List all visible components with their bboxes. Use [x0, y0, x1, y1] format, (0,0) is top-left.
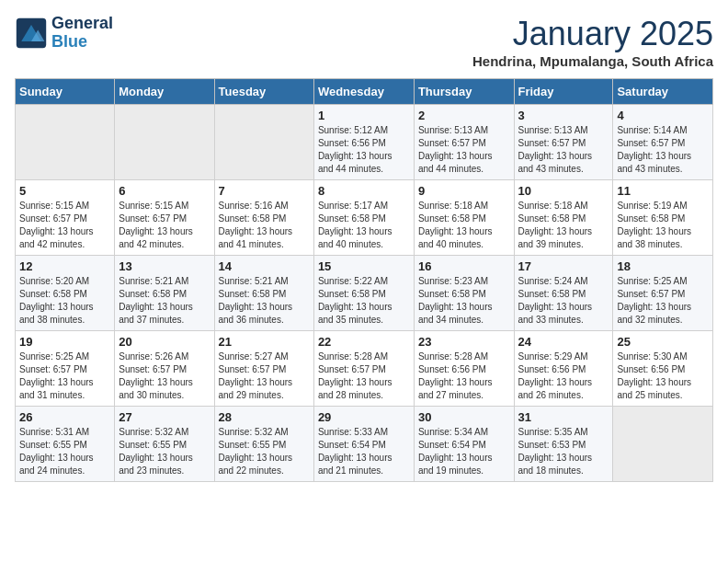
day-number: 2: [418, 109, 510, 122]
cell-text: Sunrise: 5:15 AM: [19, 200, 110, 213]
day-number: 22: [318, 335, 410, 349]
calendar-cell: 26Sunrise: 5:31 AMSunset: 6:55 PMDayligh…: [16, 407, 115, 482]
day-number: 19: [19, 335, 110, 349]
day-number: 24: [518, 335, 609, 349]
calendar-week-2: 5Sunrise: 5:15 AMSunset: 6:57 PMDaylight…: [16, 180, 713, 256]
calendar-table: SundayMondayTuesdayWednesdayThursdayFrid…: [15, 78, 713, 482]
cell-text: Daylight: 13 hours and 42 minutes.: [19, 225, 110, 251]
cell-text: Sunrise: 5:22 AM: [318, 275, 410, 288]
cell-text: Sunset: 6:57 PM: [19, 363, 110, 376]
cell-text: Sunrise: 5:17 AM: [318, 200, 410, 213]
cell-text: Sunset: 6:55 PM: [119, 439, 210, 452]
cell-text: Sunrise: 5:18 AM: [518, 200, 609, 213]
calendar-week-1: 1Sunrise: 5:12 AMSunset: 6:56 PMDaylight…: [16, 105, 713, 180]
title-area: January 2025 Hendrina, Mpumalanga, South…: [472, 15, 713, 69]
cell-text: Daylight: 13 hours and 33 minutes.: [518, 301, 609, 327]
cell-text: Sunrise: 5:34 AM: [418, 426, 510, 439]
weekday-header-row: SundayMondayTuesdayWednesdayThursdayFrid…: [16, 79, 713, 105]
day-number: 30: [418, 410, 510, 424]
cell-text: Sunset: 6:56 PM: [418, 363, 510, 376]
cell-text: Daylight: 13 hours and 30 minutes.: [119, 376, 210, 402]
cell-text: Sunrise: 5:28 AM: [418, 350, 510, 363]
cell-text: Sunrise: 5:19 AM: [617, 200, 709, 213]
cell-text: Sunrise: 5:28 AM: [318, 350, 410, 363]
calendar-cell: 16Sunrise: 5:23 AMSunset: 6:58 PMDayligh…: [414, 256, 514, 331]
day-number: 8: [318, 184, 410, 198]
cell-text: Daylight: 13 hours and 38 minutes.: [617, 225, 709, 251]
cell-text: Daylight: 13 hours and 39 minutes.: [518, 225, 609, 251]
cell-text: Sunrise: 5:21 AM: [119, 275, 210, 288]
calendar-cell: [214, 105, 313, 180]
cell-text: Daylight: 13 hours and 26 minutes.: [518, 376, 609, 402]
day-number: 17: [518, 259, 609, 273]
cell-text: Sunset: 6:57 PM: [418, 137, 510, 150]
weekday-saturday: Saturday: [613, 79, 713, 105]
cell-text: Daylight: 13 hours and 44 minutes.: [418, 150, 510, 176]
day-number: 12: [19, 259, 110, 273]
weekday-tuesday: Tuesday: [214, 79, 313, 105]
cell-text: Daylight: 13 hours and 22 minutes.: [219, 452, 310, 477]
day-number: 21: [219, 335, 310, 349]
day-number: 20: [119, 335, 210, 349]
calendar-cell: [115, 105, 214, 180]
calendar-cell: 24Sunrise: 5:29 AMSunset: 6:56 PMDayligh…: [514, 331, 613, 407]
logo-line1: General: [51, 14, 113, 32]
cell-text: Sunrise: 5:23 AM: [418, 275, 510, 288]
calendar-cell: 23Sunrise: 5:28 AMSunset: 6:56 PMDayligh…: [414, 331, 514, 407]
calendar-cell: 2Sunrise: 5:13 AMSunset: 6:57 PMDaylight…: [414, 105, 514, 180]
day-number: 4: [617, 109, 709, 122]
cell-text: Sunrise: 5:13 AM: [418, 124, 510, 137]
day-number: 27: [119, 410, 210, 424]
cell-text: Sunrise: 5:32 AM: [119, 426, 210, 439]
cell-text: Sunset: 6:57 PM: [19, 213, 110, 225]
cell-text: Daylight: 13 hours and 32 minutes.: [617, 301, 709, 327]
cell-text: Sunset: 6:57 PM: [219, 363, 310, 376]
cell-text: Sunset: 6:58 PM: [418, 213, 510, 225]
day-number: 23: [418, 335, 510, 349]
weekday-monday: Monday: [115, 79, 214, 105]
cell-text: Sunset: 6:57 PM: [119, 213, 210, 225]
cell-text: Daylight: 13 hours and 21 minutes.: [318, 452, 410, 477]
cell-text: Sunset: 6:56 PM: [518, 363, 609, 376]
calendar-cell: 20Sunrise: 5:26 AMSunset: 6:57 PMDayligh…: [115, 331, 214, 407]
calendar-cell: 17Sunrise: 5:24 AMSunset: 6:58 PMDayligh…: [514, 256, 613, 331]
cell-text: Daylight: 13 hours and 41 minutes.: [219, 225, 310, 251]
cell-text: Sunrise: 5:24 AM: [518, 275, 609, 288]
calendar-cell: 4Sunrise: 5:14 AMSunset: 6:57 PMDaylight…: [613, 105, 713, 180]
cell-text: Daylight: 13 hours and 19 minutes.: [418, 452, 510, 477]
cell-text: Sunset: 6:58 PM: [19, 288, 110, 301]
cell-text: Daylight: 13 hours and 42 minutes.: [119, 225, 210, 251]
calendar-cell: 11Sunrise: 5:19 AMSunset: 6:58 PMDayligh…: [613, 180, 713, 256]
calendar-cell: 27Sunrise: 5:32 AMSunset: 6:55 PMDayligh…: [115, 407, 214, 482]
cell-text: Sunrise: 5:29 AM: [518, 350, 609, 363]
day-number: 31: [518, 410, 609, 424]
location-title: Hendrina, Mpumalanga, South Africa: [472, 53, 713, 69]
cell-text: Sunset: 6:56 PM: [318, 137, 410, 150]
weekday-friday: Friday: [514, 79, 613, 105]
calendar-cell: 3Sunrise: 5:13 AMSunset: 6:57 PMDaylight…: [514, 105, 613, 180]
day-number: 14: [219, 259, 310, 273]
cell-text: Daylight: 13 hours and 24 minutes.: [19, 452, 110, 477]
cell-text: Daylight: 13 hours and 43 minutes.: [617, 150, 709, 176]
calendar-week-4: 19Sunrise: 5:25 AMSunset: 6:57 PMDayligh…: [16, 331, 713, 407]
cell-text: Sunrise: 5:25 AM: [19, 350, 110, 363]
cell-text: Sunrise: 5:21 AM: [219, 275, 310, 288]
calendar-cell: 12Sunrise: 5:20 AMSunset: 6:58 PMDayligh…: [16, 256, 115, 331]
day-number: 26: [19, 410, 110, 424]
day-number: 29: [318, 410, 410, 424]
day-number: 5: [19, 184, 110, 198]
cell-text: Daylight: 13 hours and 38 minutes.: [19, 301, 110, 327]
calendar-cell: 10Sunrise: 5:18 AMSunset: 6:58 PMDayligh…: [514, 180, 613, 256]
day-number: 7: [219, 184, 310, 198]
calendar-cell: 8Sunrise: 5:17 AMSunset: 6:58 PMDaylight…: [313, 180, 414, 256]
cell-text: Sunset: 6:57 PM: [119, 363, 210, 376]
calendar-cell: 9Sunrise: 5:18 AMSunset: 6:58 PMDaylight…: [414, 180, 514, 256]
cell-text: Sunrise: 5:20 AM: [19, 275, 110, 288]
cell-text: Daylight: 13 hours and 43 minutes.: [518, 150, 609, 176]
cell-text: Daylight: 13 hours and 18 minutes.: [518, 452, 609, 477]
calendar-cell: 29Sunrise: 5:33 AMSunset: 6:54 PMDayligh…: [313, 407, 414, 482]
cell-text: Sunset: 6:53 PM: [518, 439, 609, 452]
cell-text: Sunrise: 5:27 AM: [219, 350, 310, 363]
page-header: General Blue January 2025 Hendrina, Mpum…: [15, 15, 713, 69]
cell-text: Daylight: 13 hours and 37 minutes.: [119, 301, 210, 327]
